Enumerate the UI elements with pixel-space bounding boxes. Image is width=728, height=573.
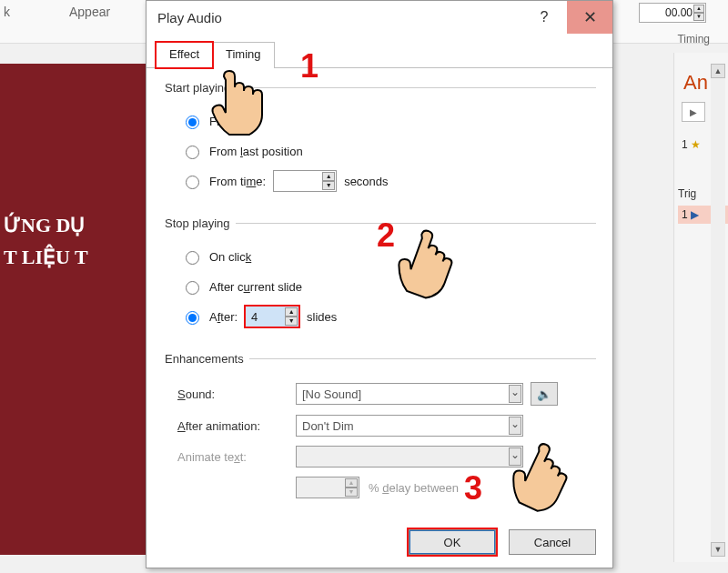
slides-label: slides xyxy=(307,310,337,324)
radio-on-click[interactable] xyxy=(186,251,199,265)
group-start-playing: Start playing From From last position Fr… xyxy=(165,81,596,200)
after-animation-value: Don't Dim xyxy=(302,419,354,433)
ribbon-duration-spinbox[interactable]: 00.00 ▲▼ xyxy=(639,3,706,23)
dialog-titlebar[interactable]: Play Audio ? ✕ xyxy=(147,1,612,34)
annotation-number-3: 3 xyxy=(464,469,482,508)
sound-label: Sound: xyxy=(177,387,287,401)
chevron-down-icon xyxy=(509,417,521,435)
radio-from-last-position[interactable] xyxy=(186,146,199,159)
after-animation-label: After animation: xyxy=(177,419,287,433)
radio-label: After: xyxy=(209,310,238,324)
ribbon-fragment: k xyxy=(4,5,10,19)
group-enhancements: Enhancements Sound: [No Sound] 🔈 After a… xyxy=(165,352,596,508)
animate-text-label: Animate text: xyxy=(177,450,287,464)
delay-spinbox: ▲▼ xyxy=(296,477,359,498)
scroll-down-button[interactable]: ▼ xyxy=(711,542,725,557)
animate-text-combobox xyxy=(296,446,523,467)
close-icon: ✕ xyxy=(583,7,597,27)
spin-buttons[interactable]: ▲▼ xyxy=(693,5,704,21)
radio-after-current-slide[interactable] xyxy=(186,281,199,295)
speaker-icon: 🔈 xyxy=(537,387,551,401)
help-button[interactable]: ? xyxy=(521,1,567,34)
group-label: Stop playing xyxy=(165,216,236,230)
radio-label: After current slide xyxy=(209,280,302,294)
slide-canvas-fragment: ỨNG DỤ T LIỆU T xyxy=(0,64,146,555)
ribbon-duration-value: 00.00 xyxy=(665,6,693,19)
cancel-button[interactable]: Cancel xyxy=(509,529,596,555)
chevron-down-icon xyxy=(509,447,521,466)
play-icon: ▶ xyxy=(691,208,699,221)
annotation-number-1: 1 xyxy=(300,47,318,85)
group-label: Start playing xyxy=(165,81,236,95)
radio-from-time[interactable] xyxy=(186,176,199,189)
tab-timing[interactable]: Timing xyxy=(212,42,275,68)
after-slides-spinbox[interactable]: 4 ▲▼ xyxy=(245,306,299,327)
ribbon-group-label: Timing xyxy=(677,33,710,45)
star-icon: ★ xyxy=(691,138,701,151)
radio-label: From time: xyxy=(209,175,266,188)
scroll-up-button[interactable]: ▲ xyxy=(711,64,725,78)
from-time-spinbox[interactable]: ▲▼ xyxy=(273,170,337,192)
sound-combobox[interactable]: [No Sound] xyxy=(296,383,523,405)
dialog-title: Play Audio xyxy=(157,10,222,25)
radio-label: From last position xyxy=(209,145,303,158)
after-slides-value: 4 xyxy=(251,310,258,324)
radio-label: On click xyxy=(209,250,251,264)
radio-from-beginning[interactable] xyxy=(186,116,199,129)
group-label: Enhancements xyxy=(165,352,249,366)
sound-volume-button[interactable]: 🔈 xyxy=(531,382,558,406)
tab-effect[interactable]: Effect xyxy=(156,42,213,68)
ok-button[interactable]: OK xyxy=(409,529,496,555)
chevron-down-icon xyxy=(509,385,521,403)
delay-label: % delay between xyxy=(369,481,459,495)
ribbon-fragment: Appear xyxy=(69,5,110,19)
after-animation-combobox[interactable]: Don't Dim xyxy=(296,415,523,437)
seconds-label: seconds xyxy=(344,175,388,188)
radio-label: From xyxy=(209,115,237,128)
radio-after-n-slides[interactable] xyxy=(186,311,199,325)
play-audio-dialog: Play Audio ? ✕ Effect Timing Start playi… xyxy=(146,0,613,568)
annotation-number-2: 2 xyxy=(377,216,395,255)
sound-value: [No Sound] xyxy=(302,387,361,401)
close-button[interactable]: ✕ xyxy=(567,1,612,34)
vertical-scrollbar[interactable]: ▲ ▼ xyxy=(711,64,725,557)
play-button[interactable]: ▶ xyxy=(682,102,705,122)
dialog-tabs: Effect Timing xyxy=(147,41,612,68)
